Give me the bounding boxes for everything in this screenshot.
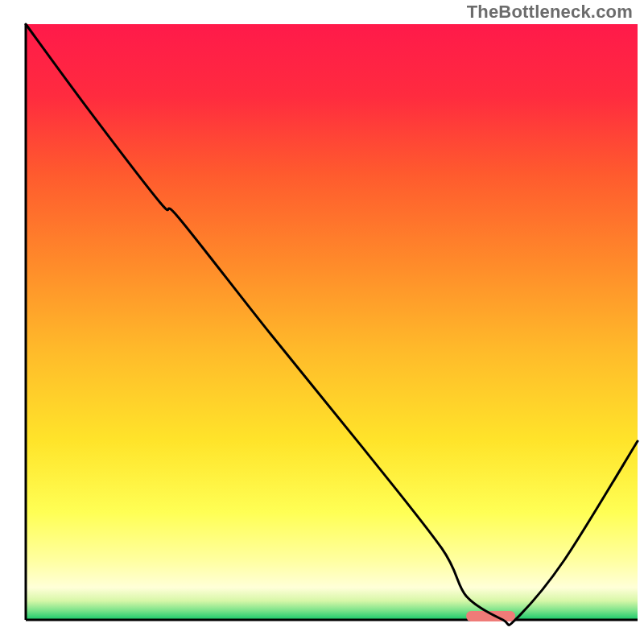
watermark-text: TheBottleneck.com <box>467 2 633 23</box>
plot-background <box>26 24 638 620</box>
bottleneck-chart <box>0 0 644 644</box>
chart-wrapper: TheBottleneck.com <box>0 0 644 644</box>
